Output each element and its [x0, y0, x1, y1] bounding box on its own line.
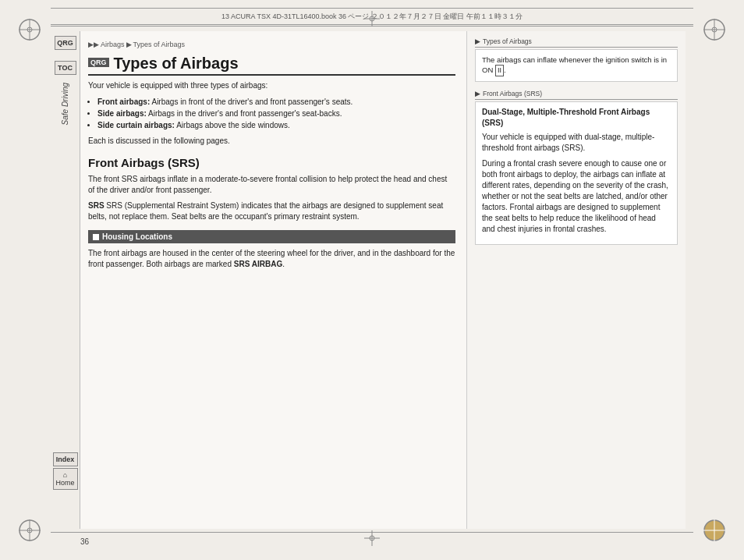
rc-box-2: Dual-Stage, Multiple-Threshold Front Air…: [475, 101, 678, 245]
ignition-icon: II: [495, 65, 504, 76]
left-column: ▶▶ Airbags ▶ Types of Airbags QRG Types …: [80, 31, 467, 529]
home-button[interactable]: ⌂ Home: [53, 468, 78, 490]
toc-button[interactable]: TOC: [55, 61, 76, 75]
right-column: ▶ Types of Airbags The airbags can infla…: [467, 31, 686, 529]
housing-text: The front airbags are housed in the cent…: [88, 248, 455, 270]
list-item: Front airbags: Airbags in front of the d…: [97, 96, 455, 108]
rc-box2-title: Dual-Stage, Multiple-Threshold Front Air…: [482, 107, 671, 129]
rc-box-1: The airbags can inflate whenever the ign…: [475, 49, 678, 82]
srs-note: SRS SRS (Supplemental Restraint System) …: [88, 200, 455, 222]
rc-label-arrow-2: ▶: [475, 90, 480, 97]
list-item: Side curtain airbags: Airbags above the …: [97, 119, 455, 131]
page-title: Types of Airbags: [114, 55, 239, 73]
rc-label-2: ▶ Front Airbags (SRS): [475, 90, 678, 100]
intro-text: Your vehicle is equipped with three type…: [88, 80, 455, 91]
rc-label-text-2: Front Airbags (SRS): [483, 90, 542, 97]
corner-decoration-tr: [700, 16, 728, 44]
rc-label-1: ▶ Types of Airbags: [475, 37, 678, 48]
list-item: Side airbags: Airbags in the driver's an…: [97, 108, 455, 119]
rc-label-arrow-1: ▶: [475, 37, 480, 45]
curtain-airbags-term: Side curtain airbags:: [97, 121, 175, 129]
main-content: ▶▶ Airbags ▶ Types of Airbags QRG Types …: [80, 31, 686, 529]
breadcrumb: ▶▶ Airbags ▶ Types of Airbags: [88, 41, 455, 48]
housing-heading-label: Housing Locations: [102, 232, 172, 241]
side-airbags-term: Side airbags:: [97, 109, 147, 118]
breadcrumb-part1[interactable]: Airbags: [101, 41, 125, 48]
qrg-button[interactable]: QRG: [55, 36, 76, 50]
rc-label-text-1: Types of Airbags: [483, 37, 532, 45]
rc-box1-text: The airbags can inflate whenever the ign…: [482, 55, 667, 74]
corner-decoration-br: [700, 516, 728, 544]
breadcrumb-arrows: ▶▶: [88, 41, 99, 48]
airbag-types-list: Front airbags: Airbags in front of the d…: [97, 96, 455, 131]
curtain-airbags-text: Airbags above the side windows.: [176, 121, 290, 129]
front-airbags-intro: The front SRS airbags inflate in a moder…: [88, 174, 455, 196]
front-airbags-title: Front Airbags (SRS): [88, 156, 455, 169]
srs-term: SRS: [88, 201, 105, 210]
page-number: 36: [80, 537, 89, 546]
front-airbags-text: Airbags in front of the driver's and fro…: [151, 97, 353, 106]
home-label: Home: [55, 479, 74, 487]
discussion-text: Each is discussed in the following pages…: [88, 136, 455, 147]
index-button[interactable]: Index: [53, 452, 78, 466]
corner-decoration-bl: [16, 516, 44, 544]
housing-bold-text: SRS AIRBAG: [234, 260, 282, 268]
side-airbags-text: Airbags in the driver's and front passen…: [148, 109, 342, 118]
heading-square-icon: [93, 234, 99, 240]
home-icon: ⌂: [63, 471, 67, 479]
housing-heading: Housing Locations: [88, 230, 455, 243]
breadcrumb-part2[interactable]: Types of Airbags: [133, 41, 186, 48]
rc-box2-para1: Your vehicle is equipped with dual-stage…: [482, 132, 671, 154]
center-cross-bottom: [364, 530, 380, 548]
front-airbags-term: Front airbags:: [97, 97, 150, 106]
qrg-tag: QRG: [88, 58, 109, 67]
rc-box2-para2: During a frontal crash severe enough to …: [482, 158, 671, 235]
left-sidebar: QRG TOC Safe Driving Index ⌂ Home: [51, 31, 80, 529]
page-outer: 13 ACURA TSX 4D-31TL16400.book 36 ページ ２０…: [0, 0, 744, 560]
breadcrumb-arrow: ▶: [126, 41, 132, 48]
section-label: Safe Driving: [61, 83, 69, 125]
center-cross-top: [364, 11, 380, 28]
corner-decoration-tl: [16, 16, 44, 44]
